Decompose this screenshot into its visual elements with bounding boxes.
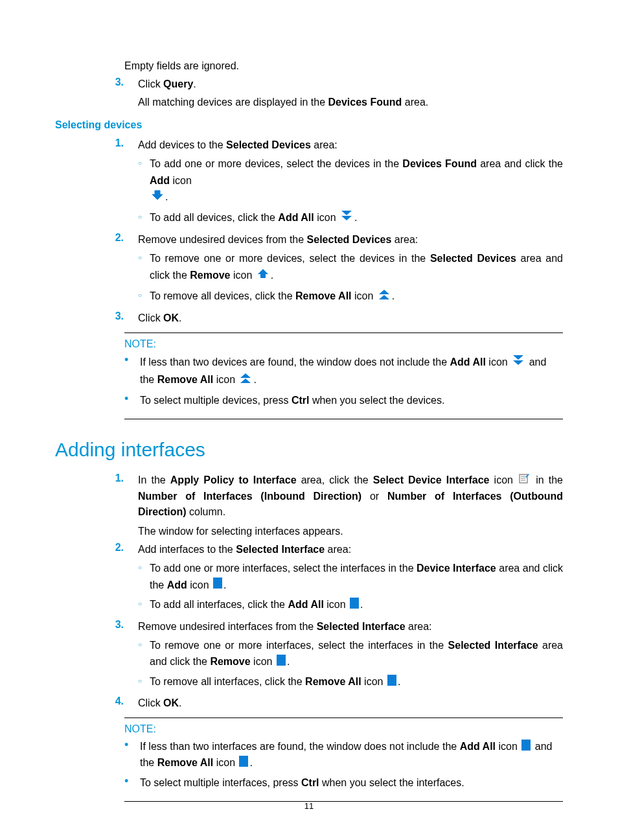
ordered-list: 3. Click Query. All matching devices are… (100, 76, 563, 110)
small-remove-all-icon (387, 674, 396, 691)
text: To add one or more interfaces, select th… (150, 563, 417, 574)
text: icon (361, 676, 386, 687)
text: In the (138, 474, 170, 485)
text: when you select the devices. (309, 395, 444, 406)
list-item: • To select multiple devices, press Ctrl… (124, 393, 563, 408)
page-number: 11 (0, 801, 618, 811)
text: area and click the (477, 158, 563, 169)
text: Click (138, 78, 163, 89)
double-arrow-up-icon (239, 371, 252, 389)
list-item: ○ To remove one or more devices, select … (138, 250, 563, 285)
small-add-icon (213, 577, 222, 594)
bold-text: Remove All (157, 374, 214, 385)
text: Add devices to the (138, 139, 226, 150)
text: icon (324, 599, 349, 610)
text: icon (489, 474, 518, 485)
list-marker: 4. (100, 695, 138, 711)
text: area: (406, 621, 432, 632)
text: Remove undesired interfaces from the (138, 621, 317, 632)
list-item: • If less than two interfaces are found,… (124, 739, 563, 771)
text: in the (536, 474, 563, 485)
list-content: Add interfaces to the Selected Interface… (138, 542, 563, 616)
text: . (271, 270, 273, 281)
svg-rect-9 (239, 756, 248, 767)
bold-text: Remove All (305, 676, 361, 687)
text: . (398, 676, 400, 687)
bold-text: Device Interface (417, 563, 496, 574)
list-item: 1. In the Apply Policy to Interface area… (100, 472, 563, 539)
heading-adding-interfaces: Adding interfaces (55, 439, 563, 461)
sub-content: To remove all interfaces, click the Remo… (150, 673, 563, 691)
svg-rect-5 (350, 598, 359, 609)
list-item: • If less than two devices are found, th… (124, 354, 563, 389)
text: . (249, 757, 252, 768)
bold-text: Selected Devices (430, 253, 516, 264)
bullet-content: If less than two devices are found, the … (140, 354, 563, 389)
text: . (287, 656, 290, 667)
list-content: Remove undesired interfaces from the Sel… (138, 619, 563, 694)
circle-marker: ○ (138, 156, 150, 207)
text: . (193, 78, 196, 89)
bold-text: Add All (288, 599, 323, 610)
text: Click (138, 312, 163, 323)
text: All matching devices are displayed in th… (138, 97, 328, 108)
text: Empty fields are ignored. (124, 60, 239, 71)
list-marker: 3. (100, 619, 138, 694)
sub-content: To remove one or more devices, select th… (150, 250, 563, 285)
list-item: ○ To add one or more devices, select the… (138, 156, 563, 207)
bullet-list: • If less than two interfaces are found,… (124, 739, 563, 791)
text: icon (231, 270, 255, 281)
edit-list-icon (519, 473, 530, 489)
text: area: (325, 544, 351, 555)
bold-text: Add All (450, 356, 486, 368)
sub-content: To add all devices, click the Add All ic… (150, 209, 563, 228)
list-marker: 1. (100, 137, 138, 229)
bold-text: Remove (210, 656, 250, 667)
text: To remove one or more interfaces, select… (150, 640, 448, 651)
text: . (360, 599, 363, 610)
svg-rect-4 (213, 578, 222, 589)
bold-text: Number of Interfaces (Inbound Direction) (138, 491, 361, 502)
bold-text: OK (163, 312, 179, 323)
circle-marker: ○ (138, 637, 150, 671)
bold-text: Devices Found (328, 97, 402, 108)
note-label: NOTE: (124, 338, 563, 350)
text: To select multiple devices, press (140, 395, 292, 406)
text: To remove one or more devices, select th… (150, 253, 430, 264)
list-item: 3. Remove undesired interfaces from the … (100, 619, 563, 694)
list-item: 4. Click OK. (100, 695, 563, 711)
note-box: NOTE: • If less than two devices are fou… (124, 332, 563, 419)
bold-text: OK (163, 697, 179, 708)
text: To select multiple interfaces, press (140, 777, 301, 788)
text: To add all interfaces, click the (150, 599, 288, 610)
bold-text: Selected Interface (317, 621, 406, 632)
bold-text: Query (163, 78, 193, 89)
text: icon (213, 374, 238, 385)
list-item: • To select multiple interfaces, press C… (124, 775, 563, 791)
bold-text: Add All (460, 741, 496, 752)
bold-text: Add (167, 579, 187, 590)
text: or (361, 491, 387, 502)
text: column. (187, 506, 225, 517)
arrow-down-icon (151, 189, 164, 207)
text: icon (486, 356, 510, 368)
document-page: Empty fields are ignored. 3. Click Query… (0, 0, 618, 840)
bullet-list: • If less than two devices are found, th… (124, 354, 563, 408)
double-arrow-up-icon (378, 288, 391, 306)
text: icon (352, 290, 376, 301)
bullet-content: If less than two interfaces are found, t… (140, 739, 563, 771)
text: . (165, 191, 168, 202)
list-item: ○ To remove all interfaces, click the Re… (138, 673, 563, 691)
bullet-marker: • (124, 739, 140, 771)
list-item: 1. Add devices to the Selected Devices a… (100, 137, 563, 229)
text: icon (496, 741, 520, 752)
list-marker: 3. (100, 310, 138, 326)
list-marker: 3. (100, 76, 138, 110)
circle-marker: ○ (138, 560, 150, 594)
double-arrow-down-icon (512, 354, 525, 371)
bold-text: Apply Policy to Interface (170, 474, 297, 485)
text: . (179, 697, 181, 708)
list-marker: 1. (100, 472, 138, 539)
text: . (223, 579, 226, 590)
text: Remove undesired devices from the (138, 234, 307, 245)
